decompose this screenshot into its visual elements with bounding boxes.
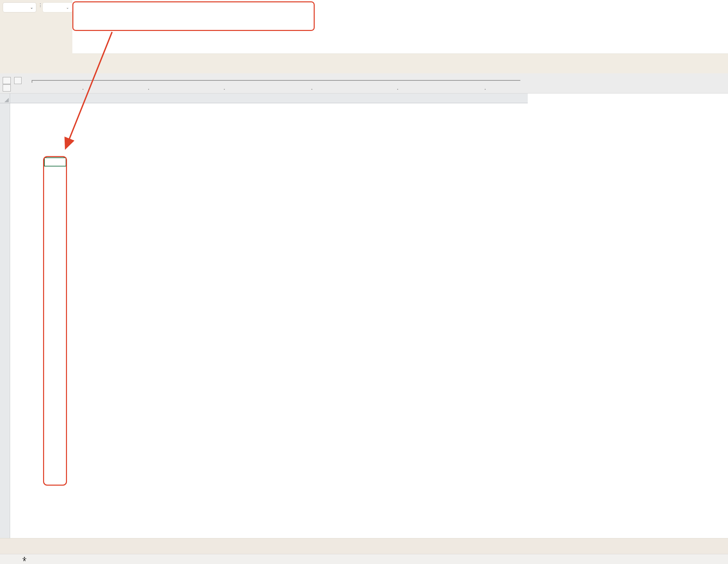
formula-bar-row: ⌄ ⋮ ⌄: [0, 0, 728, 54]
select-all-corner[interactable]: [0, 93, 10, 103]
outline-level-2-button[interactable]: [3, 84, 11, 91]
accessibility-icon: [22, 557, 27, 562]
active-cell-outline: [44, 157, 66, 166]
formula-input[interactable]: [72, 0, 728, 54]
outline-dot: [397, 89, 398, 90]
outline-dot: [485, 89, 486, 90]
outline-band: [0, 73, 728, 93]
accessibility-button[interactable]: [22, 557, 29, 562]
sheet-tab-strip: [0, 538, 728, 554]
department-splits-table: [265, 132, 523, 488]
row-header-strip: [0, 103, 10, 538]
outline-group-bracket: [32, 80, 520, 81]
outline-dot: [148, 89, 149, 90]
outline-dot: [311, 89, 312, 90]
chevron-down-icon[interactable]: ⌄: [66, 5, 69, 10]
select-all-triangle-icon: [4, 98, 9, 102]
chevron-down-icon[interactable]: ⌄: [30, 5, 33, 10]
location-splits-table: [16, 132, 260, 488]
column-header-strip: [0, 93, 528, 103]
formula-bar-buttons: ⌄: [42, 2, 73, 12]
sheet-body: [0, 103, 728, 538]
outline-expand-button[interactable]: [14, 77, 22, 84]
formula-bar-drag-handle[interactable]: ⋮: [38, 3, 41, 12]
outline-dot: [224, 89, 225, 90]
status-bar: [0, 554, 728, 564]
name-box[interactable]: ⌄: [3, 2, 36, 12]
outline-dot: [82, 89, 83, 90]
toolbar-gap-strip: [0, 54, 728, 73]
outline-level-1-button[interactable]: [3, 77, 11, 84]
